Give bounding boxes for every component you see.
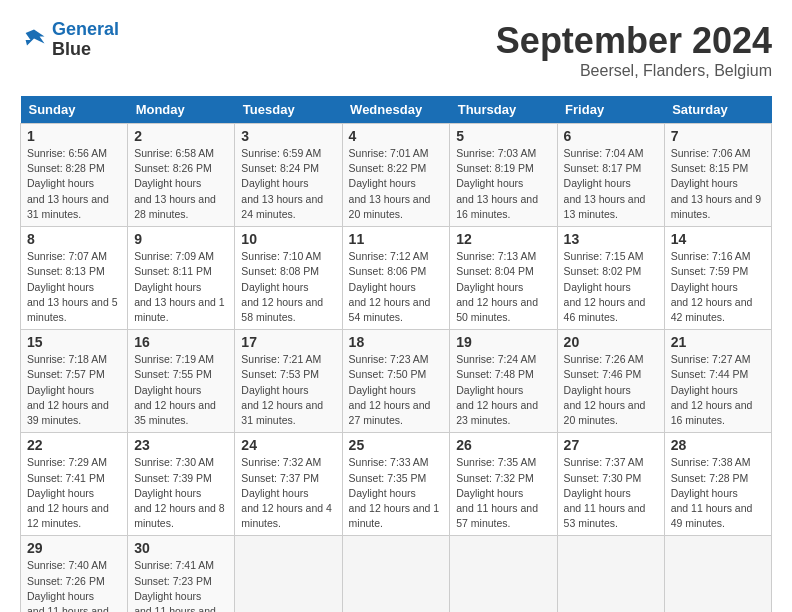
- calendar-cell: 19 Sunrise: 7:24 AM Sunset: 7:48 PM Dayl…: [450, 330, 557, 433]
- calendar-cell: 5 Sunrise: 7:03 AM Sunset: 8:19 PM Dayli…: [450, 124, 557, 227]
- calendar-week-3: 15 Sunrise: 7:18 AM Sunset: 7:57 PM Dayl…: [21, 330, 772, 433]
- calendar-cell: 11 Sunrise: 7:12 AM Sunset: 8:06 PM Dayl…: [342, 227, 450, 330]
- calendar-cell: 9 Sunrise: 7:09 AM Sunset: 8:11 PM Dayli…: [128, 227, 235, 330]
- calendar-week-5: 29 Sunrise: 7:40 AM Sunset: 7:26 PM Dayl…: [21, 536, 772, 612]
- logo-text: General Blue: [52, 20, 119, 60]
- calendar-cell: 29 Sunrise: 7:40 AM Sunset: 7:26 PM Dayl…: [21, 536, 128, 612]
- col-wednesday: Wednesday: [342, 96, 450, 124]
- col-friday: Friday: [557, 96, 664, 124]
- calendar-cell: [235, 536, 342, 612]
- col-saturday: Saturday: [664, 96, 771, 124]
- calendar-week-2: 8 Sunrise: 7:07 AM Sunset: 8:13 PM Dayli…: [21, 227, 772, 330]
- calendar-cell: 14 Sunrise: 7:16 AM Sunset: 7:59 PM Dayl…: [664, 227, 771, 330]
- calendar-cell: 22 Sunrise: 7:29 AM Sunset: 7:41 PM Dayl…: [21, 433, 128, 536]
- calendar-cell: [450, 536, 557, 612]
- calendar-cell: 30 Sunrise: 7:41 AM Sunset: 7:23 PM Dayl…: [128, 536, 235, 612]
- calendar-header-row: Sunday Monday Tuesday Wednesday Thursday…: [21, 96, 772, 124]
- calendar-cell: 26 Sunrise: 7:35 AM Sunset: 7:32 PM Dayl…: [450, 433, 557, 536]
- calendar-cell: 4 Sunrise: 7:01 AM Sunset: 8:22 PM Dayli…: [342, 124, 450, 227]
- logo: General Blue: [20, 20, 119, 60]
- calendar-cell: 18 Sunrise: 7:23 AM Sunset: 7:50 PM Dayl…: [342, 330, 450, 433]
- calendar-table: Sunday Monday Tuesday Wednesday Thursday…: [20, 96, 772, 612]
- calendar-cell: 2 Sunrise: 6:58 AM Sunset: 8:26 PM Dayli…: [128, 124, 235, 227]
- col-tuesday: Tuesday: [235, 96, 342, 124]
- calendar-cell: 15 Sunrise: 7:18 AM Sunset: 7:57 PM Dayl…: [21, 330, 128, 433]
- calendar-cell: 21 Sunrise: 7:27 AM Sunset: 7:44 PM Dayl…: [664, 330, 771, 433]
- calendar-cell: 20 Sunrise: 7:26 AM Sunset: 7:46 PM Dayl…: [557, 330, 664, 433]
- title-block: September 2024 Beersel, Flanders, Belgiu…: [496, 20, 772, 80]
- calendar-cell: 12 Sunrise: 7:13 AM Sunset: 8:04 PM Dayl…: [450, 227, 557, 330]
- calendar-cell: 1 Sunrise: 6:56 AM Sunset: 8:28 PM Dayli…: [21, 124, 128, 227]
- calendar-week-1: 1 Sunrise: 6:56 AM Sunset: 8:28 PM Dayli…: [21, 124, 772, 227]
- calendar-cell: 16 Sunrise: 7:19 AM Sunset: 7:55 PM Dayl…: [128, 330, 235, 433]
- col-sunday: Sunday: [21, 96, 128, 124]
- calendar-cell: 7 Sunrise: 7:06 AM Sunset: 8:15 PM Dayli…: [664, 124, 771, 227]
- calendar-cell: 10 Sunrise: 7:10 AM Sunset: 8:08 PM Dayl…: [235, 227, 342, 330]
- calendar-cell: 13 Sunrise: 7:15 AM Sunset: 8:02 PM Dayl…: [557, 227, 664, 330]
- location: Beersel, Flanders, Belgium: [496, 62, 772, 80]
- col-thursday: Thursday: [450, 96, 557, 124]
- calendar-cell: [664, 536, 771, 612]
- logo-icon: [20, 26, 48, 54]
- svg-marker-0: [26, 29, 45, 45]
- calendar-cell: 17 Sunrise: 7:21 AM Sunset: 7:53 PM Dayl…: [235, 330, 342, 433]
- calendar-cell: 25 Sunrise: 7:33 AM Sunset: 7:35 PM Dayl…: [342, 433, 450, 536]
- calendar-cell: 28 Sunrise: 7:38 AM Sunset: 7:28 PM Dayl…: [664, 433, 771, 536]
- col-monday: Monday: [128, 96, 235, 124]
- calendar-cell: [342, 536, 450, 612]
- month-title: September 2024: [496, 20, 772, 62]
- calendar-cell: 8 Sunrise: 7:07 AM Sunset: 8:13 PM Dayli…: [21, 227, 128, 330]
- calendar-cell: 24 Sunrise: 7:32 AM Sunset: 7:37 PM Dayl…: [235, 433, 342, 536]
- calendar-cell: 27 Sunrise: 7:37 AM Sunset: 7:30 PM Dayl…: [557, 433, 664, 536]
- calendar-cell: [557, 536, 664, 612]
- calendar-cell: 23 Sunrise: 7:30 AM Sunset: 7:39 PM Dayl…: [128, 433, 235, 536]
- page-header: General Blue September 2024 Beersel, Fla…: [20, 20, 772, 80]
- calendar-week-4: 22 Sunrise: 7:29 AM Sunset: 7:41 PM Dayl…: [21, 433, 772, 536]
- calendar-cell: 6 Sunrise: 7:04 AM Sunset: 8:17 PM Dayli…: [557, 124, 664, 227]
- calendar-cell: 3 Sunrise: 6:59 AM Sunset: 8:24 PM Dayli…: [235, 124, 342, 227]
